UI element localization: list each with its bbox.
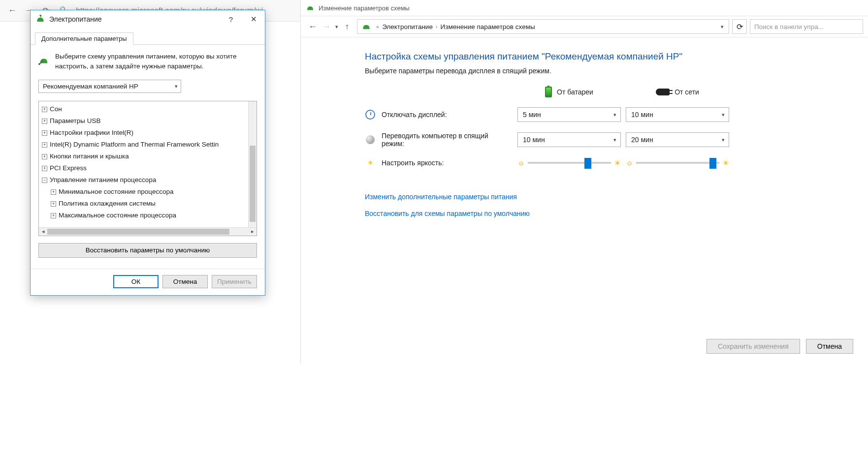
power-icon bbox=[306, 3, 315, 12]
tab-strip: Дополнительные параметры bbox=[31, 30, 265, 45]
tree-item-label: Кнопки питания и крышка bbox=[50, 152, 129, 160]
sleep-ac-select[interactable]: 20 мин▾ bbox=[626, 132, 729, 147]
battery-icon bbox=[545, 87, 552, 97]
tree-item[interactable]: +Минимальное состояние процессора bbox=[39, 186, 257, 198]
sun-dim-icon: ☼ bbox=[626, 158, 633, 167]
nav-history-icon[interactable]: ▾ bbox=[333, 24, 340, 30]
clock-icon bbox=[365, 110, 375, 120]
breadcrumb[interactable]: « Электропитание › Изменение параметров … bbox=[357, 19, 729, 34]
cancel-button[interactable]: Отмена bbox=[806, 339, 853, 354]
expand-icon[interactable]: + bbox=[42, 119, 47, 124]
brightness-battery-slider[interactable] bbox=[528, 162, 611, 164]
row-brightness-label: Настроить яркость: bbox=[382, 159, 444, 167]
row-brightness: ☀ Настроить яркость: bbox=[365, 157, 513, 168]
select-value: 10 мин bbox=[631, 111, 653, 119]
plan-select-value: Рекомендуемая компанией HP bbox=[43, 83, 138, 90]
page-heading: Настройка схемы управления питанием "Рек… bbox=[365, 51, 848, 62]
tree-item[interactable]: +Политика охлаждения системы bbox=[39, 198, 257, 210]
chevron-down-icon: ▾ bbox=[175, 83, 178, 90]
expand-icon[interactable]: + bbox=[42, 154, 47, 159]
cancel-button[interactable]: Отмена bbox=[162, 275, 208, 288]
plug-icon bbox=[656, 89, 670, 95]
expand-icon[interactable]: + bbox=[51, 213, 56, 218]
chevron-down-icon: ▾ bbox=[722, 137, 725, 143]
expand-icon[interactable]: + bbox=[51, 201, 56, 207]
expand-icon[interactable]: + bbox=[42, 166, 47, 171]
svg-point-0 bbox=[39, 15, 41, 16]
tree-hscrollbar[interactable]: ◂ ▸ bbox=[39, 227, 257, 236]
tree-item-label: Управление питанием процессора bbox=[50, 176, 156, 183]
close-button[interactable]: ✕ bbox=[242, 10, 265, 28]
chevron-right-icon: › bbox=[436, 24, 438, 30]
restore-defaults-button[interactable]: Восстановить параметры по умолчанию bbox=[38, 243, 257, 258]
dialog-titlebar: Электропитание ? ✕ bbox=[31, 10, 265, 28]
ok-button[interactable]: ОК bbox=[113, 275, 159, 288]
back-icon[interactable]: ← bbox=[5, 3, 20, 18]
column-battery-label: От батареи bbox=[557, 88, 593, 96]
panel-title: Изменение параметров схемы bbox=[319, 4, 410, 12]
instruction-row: Выберите схему управления питанием, кото… bbox=[38, 52, 257, 72]
tree-item-label: Настройки графики Intel(R) bbox=[50, 129, 133, 136]
tab-advanced[interactable]: Дополнительные параметры bbox=[35, 32, 133, 45]
search-input[interactable]: Поиск в панели упра... bbox=[750, 19, 863, 34]
tree-vscrollbar[interactable] bbox=[248, 101, 257, 227]
power-advanced-dialog: Электропитание ? ✕ Дополнительные параме… bbox=[30, 10, 265, 296]
tree-item[interactable]: +PCI Express bbox=[39, 162, 257, 174]
chevron-down-icon: ▾ bbox=[613, 137, 616, 143]
nav-forward-icon: → bbox=[320, 22, 333, 32]
tree-item[interactable]: +Сон bbox=[39, 103, 257, 115]
nav-refresh-icon[interactable]: ⟳ bbox=[732, 19, 747, 34]
chevron-down-icon: ▾ bbox=[722, 112, 725, 118]
nav-up-icon[interactable]: ↑ bbox=[340, 22, 354, 32]
chevron-left-icon: « bbox=[376, 24, 379, 30]
crumb-edit-plan[interactable]: Изменение параметров схемы bbox=[441, 23, 535, 30]
row-display-off: Отключать дисплей: bbox=[365, 109, 513, 120]
link-advanced-settings[interactable]: Изменить дополнительные параметры питани… bbox=[365, 193, 848, 201]
page-subtitle: Выберите параметры перевода дисплея в сп… bbox=[365, 67, 848, 75]
display-off-battery-select[interactable]: 5 мин▾ bbox=[517, 107, 621, 122]
tree-item-label: Минимальное состояние процессора bbox=[59, 188, 174, 195]
column-ac-label: От сети bbox=[675, 88, 699, 96]
crumb-power[interactable]: Электропитание bbox=[382, 23, 433, 30]
instruction-text: Выберите схему управления питанием, кото… bbox=[55, 52, 257, 72]
collapse-icon[interactable]: − bbox=[42, 178, 47, 183]
column-ac: От сети bbox=[626, 88, 729, 96]
scroll-left-icon[interactable]: ◂ bbox=[39, 228, 47, 235]
expand-icon[interactable]: + bbox=[42, 142, 47, 148]
display-off-ac-select[interactable]: 10 мин▾ bbox=[626, 107, 729, 122]
row-sleep-label: Переводить компьютер в спящий режим: bbox=[382, 132, 513, 148]
tree-item[interactable]: +Максимальное состояние процессора bbox=[39, 210, 257, 221]
tree-item[interactable]: +Настройки графики Intel(R) bbox=[39, 127, 257, 139]
plan-select[interactable]: Рекомендуемая компанией HP ▾ bbox=[38, 80, 181, 93]
scroll-right-icon[interactable]: ▸ bbox=[248, 228, 257, 235]
nav-back-icon[interactable]: ← bbox=[306, 22, 320, 32]
power-icon bbox=[361, 22, 371, 31]
moon-icon bbox=[366, 135, 375, 144]
svg-point-1 bbox=[38, 63, 40, 65]
column-battery: От батареи bbox=[517, 87, 621, 97]
edit-plan-window: Изменение параметров схемы ← → ▾ ↑ « Эле… bbox=[300, 0, 868, 364]
sun-dim-icon: ☼ bbox=[517, 158, 525, 167]
chevron-down-icon[interactable]: ▾ bbox=[721, 24, 724, 30]
expand-icon[interactable]: + bbox=[42, 130, 47, 136]
sun-icon: ☀ bbox=[365, 157, 376, 168]
tree-item-label: Intel(R) Dynamic Platform and Thermal Fr… bbox=[50, 141, 219, 148]
tree-item[interactable]: +Intel(R) Dynamic Platform and Thermal F… bbox=[39, 139, 257, 151]
sleep-battery-select[interactable]: 10 мин▾ bbox=[517, 132, 621, 147]
apply-button: Применить bbox=[212, 275, 257, 288]
link-restore-defaults[interactable]: Восстановить для схемы параметры по умол… bbox=[365, 210, 848, 217]
expand-icon[interactable]: + bbox=[42, 107, 47, 112]
search-placeholder: Поиск в панели упра... bbox=[754, 23, 824, 30]
select-value: 20 мин bbox=[631, 136, 653, 144]
tree-item-label: Параметры USB bbox=[50, 117, 100, 124]
tree-item[interactable]: +Кнопки питания и крышка bbox=[39, 151, 257, 162]
chevron-down-icon: ▾ bbox=[613, 112, 616, 118]
brightness-ac-slider[interactable] bbox=[636, 162, 719, 164]
power-icon bbox=[35, 14, 45, 24]
expand-icon[interactable]: + bbox=[51, 189, 56, 195]
dialog-title: Электропитание bbox=[49, 15, 220, 23]
help-button[interactable]: ? bbox=[220, 10, 242, 28]
tree-item[interactable]: −Управление питанием процессора bbox=[39, 174, 257, 186]
panel-titlebar: Изменение параметров схемы bbox=[301, 0, 868, 16]
tree-item[interactable]: +Параметры USB bbox=[39, 115, 257, 127]
